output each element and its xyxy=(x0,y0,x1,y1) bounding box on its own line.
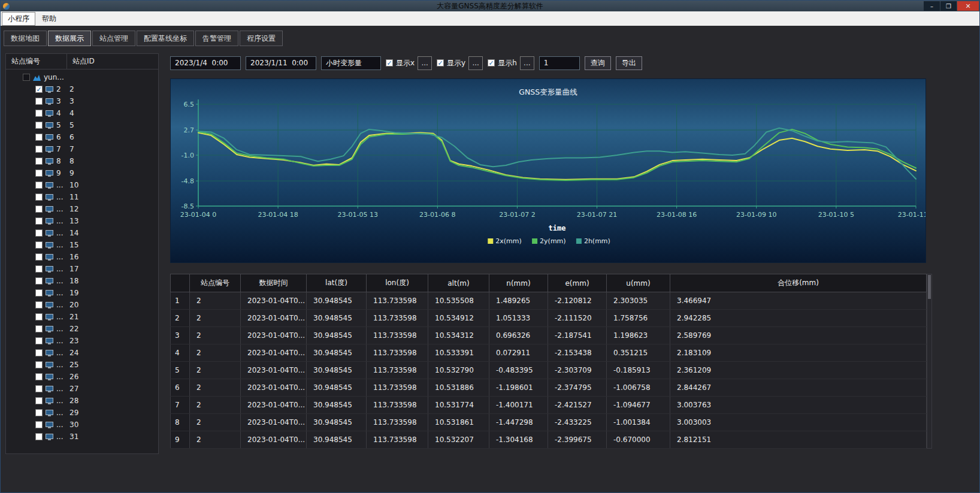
maximize-button[interactable]: ❐ xyxy=(940,1,957,11)
tree-item-station-15[interactable]: ...15 xyxy=(6,239,158,251)
station-checkbox[interactable] xyxy=(35,158,43,165)
station-checkbox[interactable] xyxy=(35,110,43,117)
station-checkbox[interactable] xyxy=(35,385,43,392)
station-checkbox[interactable] xyxy=(35,349,43,356)
tree-item-station-25[interactable]: ...25 xyxy=(6,359,158,371)
station-checkbox[interactable] xyxy=(35,277,43,285)
station-checkbox[interactable] xyxy=(35,289,43,297)
tab-station-management[interactable]: 站点管理 xyxy=(92,31,135,46)
menu-item-mini-program[interactable]: 小程序 xyxy=(2,12,35,26)
display-checkbox-y[interactable]: ✓ xyxy=(437,59,444,66)
table-header-cell[interactable]: 数据时间 xyxy=(241,274,307,292)
tree-item-station-10[interactable]: ...10 xyxy=(6,179,158,191)
end-time-input[interactable] xyxy=(246,56,316,70)
table-row[interactable]: 722023-01-04T0...30.948545113.73359810.5… xyxy=(171,397,927,414)
station-checkbox[interactable] xyxy=(35,409,43,416)
station-checkbox[interactable] xyxy=(35,241,43,249)
tree-item-station-30[interactable]: ...30 xyxy=(6,419,158,431)
tab-baseline-config[interactable]: 配置基线坐标 xyxy=(137,31,194,46)
color-picker-button-h[interactable]: ... xyxy=(520,56,534,70)
tree-item-station-8[interactable]: 88 xyxy=(6,155,158,167)
tree-item-station-13[interactable]: ...13 xyxy=(6,215,158,227)
tree-item-station-28[interactable]: ...28 xyxy=(6,395,158,407)
table-row[interactable]: 322023-01-04T0...30.948545113.73359810.5… xyxy=(171,327,927,344)
start-time-input[interactable] xyxy=(170,56,241,70)
export-button[interactable]: 导出 xyxy=(616,56,642,70)
table-header-cell[interactable]: e(mm) xyxy=(548,274,607,292)
table-row[interactable]: 122023-01-04T0...30.948545113.73359810.5… xyxy=(171,292,927,310)
station-checkbox[interactable] xyxy=(35,325,43,332)
table-row[interactable]: 922023-01-04T0...30.948545113.73359810.5… xyxy=(171,431,927,449)
station-checkbox[interactable] xyxy=(35,217,43,225)
tree-item-station-21[interactable]: ...21 xyxy=(6,311,158,323)
table-header-cell[interactable]: lat(度) xyxy=(307,274,367,292)
station-checkbox[interactable] xyxy=(35,170,43,177)
tree-item-station-12[interactable]: ...12 xyxy=(6,203,158,215)
tree-item-station-26[interactable]: ...26 xyxy=(6,371,158,383)
table-header-cell[interactable]: lon(度) xyxy=(367,274,428,292)
tree-item-station-2[interactable]: ✓22 xyxy=(6,83,158,95)
tab-alarm-management[interactable]: 告警管理 xyxy=(195,31,238,46)
tree-item-station-19[interactable]: ...19 xyxy=(6,287,158,299)
table-row[interactable]: 422023-01-04T0...30.948545113.73359810.5… xyxy=(171,344,927,362)
tree-item-station-17[interactable]: ...17 xyxy=(6,263,158,275)
tree-item-station-3[interactable]: 33 xyxy=(6,95,158,107)
station-checkbox[interactable] xyxy=(35,253,43,261)
table-header-cell[interactable]: n(mm) xyxy=(489,274,548,292)
station-checkbox[interactable]: ✓ xyxy=(35,86,43,93)
table-scrollbar[interactable] xyxy=(927,274,932,449)
color-picker-button-x[interactable]: ... xyxy=(418,56,432,70)
station-checkbox[interactable] xyxy=(35,397,43,404)
tree-root-item[interactable]: yun... xyxy=(6,71,158,83)
tree-item-station-16[interactable]: ...16 xyxy=(6,251,158,263)
close-button[interactable]: ✕ xyxy=(957,1,979,11)
station-checkbox[interactable] xyxy=(35,182,43,189)
station-checkbox[interactable] xyxy=(35,313,43,320)
tree-item-station-24[interactable]: ...24 xyxy=(6,347,158,359)
tree-item-station-14[interactable]: ...14 xyxy=(6,227,158,239)
tree-item-station-6[interactable]: 66 xyxy=(6,131,158,143)
station-checkbox[interactable] xyxy=(35,122,43,129)
tab-program-settings[interactable]: 程序设置 xyxy=(240,31,283,46)
tree-item-station-22[interactable]: ...22 xyxy=(6,323,158,335)
table-scrollbar-thumb[interactable] xyxy=(928,275,931,299)
table-header-cell[interactable] xyxy=(171,274,190,292)
table-row[interactable]: 222023-01-04T0...30.948545113.73359810.5… xyxy=(171,310,927,327)
station-checkbox[interactable] xyxy=(35,337,43,344)
display-checkbox-h[interactable]: ✓ xyxy=(488,59,495,66)
tree-item-station-4[interactable]: 44 xyxy=(6,107,158,119)
table-header-cell[interactable]: 站点编号 xyxy=(190,274,241,292)
station-checkbox[interactable] xyxy=(35,265,43,273)
station-checkbox[interactable] xyxy=(35,98,43,105)
station-count-input[interactable] xyxy=(539,56,580,70)
table-header-cell[interactable]: u(mm) xyxy=(607,274,670,292)
station-checkbox[interactable] xyxy=(35,433,43,440)
tree-item-station-11[interactable]: ...11 xyxy=(6,191,158,203)
root-checkbox[interactable] xyxy=(23,74,30,81)
tree-item-station-23[interactable]: ...23 xyxy=(6,335,158,347)
color-picker-button-y[interactable]: ... xyxy=(468,56,483,70)
query-button[interactable]: 查询 xyxy=(585,56,611,70)
tree-item-station-18[interactable]: ...18 xyxy=(6,275,158,287)
tree-item-station-9[interactable]: 99 xyxy=(6,167,158,179)
tree-item-station-27[interactable]: ...27 xyxy=(6,383,158,395)
station-checkbox[interactable] xyxy=(35,134,43,141)
display-checkbox-x[interactable]: ✓ xyxy=(386,59,393,66)
tree-item-station-29[interactable]: ...29 xyxy=(6,407,158,419)
station-checkbox[interactable] xyxy=(35,301,43,308)
table-row[interactable]: 522023-01-04T0...30.948545113.73359810.5… xyxy=(171,362,927,379)
tab-data-display[interactable]: 数据展示 xyxy=(48,31,91,46)
table-header-cell[interactable]: alt(m) xyxy=(428,274,489,292)
table-header-cell[interactable]: 合位移(mm) xyxy=(670,274,927,292)
station-checkbox[interactable] xyxy=(35,373,43,380)
station-checkbox[interactable] xyxy=(35,421,43,428)
table-row[interactable]: 822023-01-04T0...30.948545113.73359810.5… xyxy=(171,414,927,431)
station-checkbox[interactable] xyxy=(35,205,43,213)
minimize-button[interactable]: – xyxy=(924,1,940,11)
tree-item-station-31[interactable]: ...31 xyxy=(6,431,158,443)
tree-item-station-20[interactable]: ...20 xyxy=(6,299,158,311)
table-row[interactable]: 622023-01-04T0...30.948545113.73359810.5… xyxy=(171,379,927,397)
interval-select[interactable]: 小时变形量 xyxy=(321,56,381,70)
tab-data-map[interactable]: 数据地图 xyxy=(4,31,47,46)
tree-item-station-5[interactable]: 55 xyxy=(6,119,158,131)
